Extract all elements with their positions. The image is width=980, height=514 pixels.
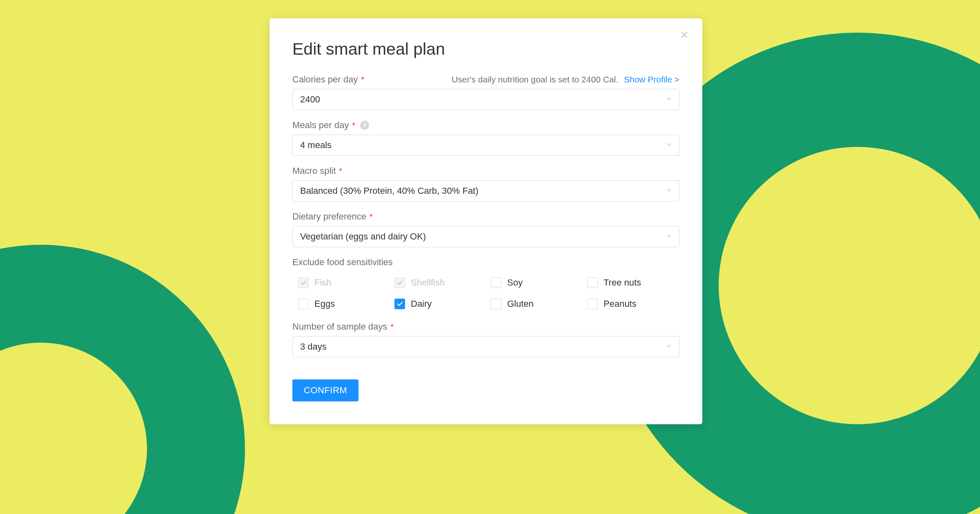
chevron-down-icon <box>665 94 673 105</box>
field-sample-days: Number of sample days * 3 days <box>292 321 679 357</box>
meals-value: 4 meals <box>300 140 332 151</box>
calories-select[interactable]: 2400 <box>292 89 679 110</box>
checkbox-box <box>394 299 405 309</box>
checkbox-box <box>394 277 405 288</box>
required-marker: * <box>361 75 364 84</box>
macro-label: Macro split <box>292 166 336 176</box>
sample-days-label: Number of sample days <box>292 321 387 332</box>
edit-meal-plan-modal: Edit smart meal plan Calories per day * … <box>270 18 702 424</box>
calories-value: 2400 <box>300 94 320 105</box>
checkbox-label: Eggs <box>314 299 335 309</box>
chevron-down-icon <box>665 231 673 242</box>
checkbox-fish: Fish <box>298 277 390 288</box>
checkbox-box <box>491 299 501 309</box>
checkbox-label: Soy <box>507 277 523 288</box>
required-marker: * <box>390 322 394 332</box>
checkbox-box <box>587 299 598 309</box>
checkbox-box <box>298 277 309 288</box>
field-diet: Dietary preference * Vegetarian (eggs an… <box>292 211 679 247</box>
checkbox-eggs[interactable]: Eggs <box>298 299 390 309</box>
sensitivities-grid: FishShellfishSoyTree nutsEggsDairyGluten… <box>292 277 679 309</box>
field-macro: Macro split * Balanced (30% Protein, 40%… <box>292 166 679 202</box>
sample-days-value: 3 days <box>300 341 327 352</box>
required-marker: * <box>339 166 342 176</box>
checkbox-label: Gluten <box>507 299 534 309</box>
sample-days-select[interactable]: 3 days <box>292 336 679 357</box>
diet-value: Vegetarian (eggs and dairy OK) <box>300 231 426 242</box>
checkbox-peanuts[interactable]: Peanuts <box>587 299 679 309</box>
field-calories: Calories per day * User's daily nutritio… <box>292 74 679 110</box>
checkbox-soy[interactable]: Soy <box>491 277 583 288</box>
diet-select[interactable]: Vegetarian (eggs and dairy OK) <box>292 226 679 247</box>
show-profile-link[interactable]: Show Profile > <box>624 75 679 84</box>
confirm-button[interactable]: CONFIRM <box>292 379 359 401</box>
required-marker: * <box>352 121 355 130</box>
meals-select[interactable]: 4 meals <box>292 135 679 156</box>
checkbox-label: Tree nuts <box>604 277 641 288</box>
calories-hint: User's daily nutrition goal is set to 24… <box>452 75 618 84</box>
checkbox-box <box>298 299 309 309</box>
macro-value: Balanced (30% Protein, 40% Carb, 30% Fat… <box>300 186 479 196</box>
checkbox-label: Fish <box>314 277 332 288</box>
checkbox-dairy[interactable]: Dairy <box>394 299 487 309</box>
chevron-down-icon <box>665 341 673 352</box>
field-meals: Meals per day * ? 4 meals <box>292 120 679 156</box>
checkbox-label: Peanuts <box>604 299 637 309</box>
macro-select[interactable]: Balanced (30% Protein, 40% Carb, 30% Fat… <box>292 180 679 202</box>
close-button[interactable] <box>678 29 691 42</box>
checkbox-label: Shellfish <box>411 277 445 288</box>
checkbox-box <box>491 277 501 288</box>
checkbox-label: Dairy <box>411 299 432 309</box>
checkbox-box <box>587 277 598 288</box>
checkbox-shellfish: Shellfish <box>394 277 487 288</box>
close-icon <box>679 30 689 41</box>
checkbox-tree-nuts[interactable]: Tree nuts <box>587 277 679 288</box>
required-marker: * <box>370 212 373 222</box>
chevron-down-icon <box>665 186 673 196</box>
calories-label: Calories per day <box>292 74 358 85</box>
help-icon[interactable]: ? <box>360 121 369 130</box>
chevron-down-icon <box>665 140 673 151</box>
checkbox-gluten[interactable]: Gluten <box>491 299 583 309</box>
diet-label: Dietary preference <box>292 211 366 222</box>
sensitivities-label: Exclude food sensitivities <box>292 257 679 268</box>
meals-label: Meals per day <box>292 120 349 131</box>
modal-title: Edit smart meal plan <box>292 40 679 59</box>
